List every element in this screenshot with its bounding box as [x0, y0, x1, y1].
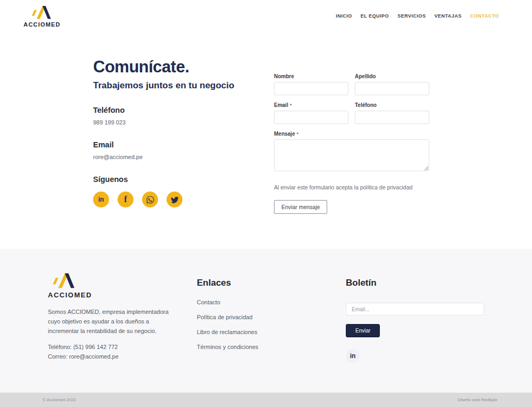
nav-item-el-equipo[interactable]: EL EQUIPO [361, 13, 389, 19]
nav-item-inicio[interactable]: INICIO [336, 13, 352, 19]
page-subtitle: Trabajemos juntos en tu negocio [93, 80, 253, 91]
footer-logo[interactable]: ACCIOMED [48, 271, 93, 299]
footer-link-contacto[interactable]: Contacto [197, 299, 220, 305]
footer-link-politica-privacidad[interactable]: Política de privacidad [197, 314, 253, 320]
phone-value: 989 199 023 [93, 119, 253, 126]
brand-logo-icon [30, 4, 54, 20]
footer-logo-icon [51, 271, 78, 289]
facebook-icon[interactable]: f [118, 192, 134, 207]
nombre-input[interactable] [274, 82, 348, 95]
newsletter-title: Boletín [346, 278, 484, 288]
footer-links-title: Enlaces [197, 278, 330, 288]
privacy-note: Al enviar este formulario acepta la polí… [274, 184, 431, 190]
header: ACCIOMED INICIO EL EQUIPO SERVICIOS VENT… [0, 0, 532, 32]
apellido-label: Apellido [355, 73, 429, 79]
footer-contact: Teléfono: (51) 996 142 772 Correo: rore@… [48, 343, 181, 361]
mensaje-textarea[interactable] [274, 139, 429, 171]
email-input[interactable] [274, 111, 348, 124]
footer-about-column: ACCIOMED Somos ACCIOMED, empresa impleme… [48, 271, 181, 393]
apellido-input[interactable] [355, 82, 429, 95]
contact-section: Comunícate. Trabajemos juntos en tu nego… [0, 32, 532, 249]
follow-us-label: Síguenos [93, 175, 253, 184]
footer-email: Correo: rore@acciomed.pe [48, 352, 181, 362]
field-nombre: Nombre [274, 73, 348, 95]
field-email: Email* [274, 102, 348, 124]
field-apellido: Apellido [355, 73, 429, 95]
phone-label: Teléfono [93, 106, 253, 114]
contact-info-column: Comunícate. Trabajemos juntos en tu nego… [93, 57, 253, 249]
twitter-icon[interactable] [167, 192, 182, 207]
design-credit: Diseño web RedByte [458, 397, 497, 402]
linkedin-icon[interactable]: in [93, 192, 109, 207]
footer-link-terminos-condiciones[interactable]: Términos y condiciones [197, 344, 259, 350]
nav-item-servicios[interactable]: SERVICIOS [397, 13, 426, 19]
footer-description: Somos ACCIOMED, empresa implementadora c… [48, 307, 176, 336]
footer: ACCIOMED Somos ACCIOMED, empresa impleme… [0, 249, 532, 393]
nombre-label: Nombre [274, 73, 348, 79]
footer-newsletter-column: Boletín Enviar in [346, 271, 484, 393]
email-field-label: Email* [274, 102, 348, 108]
field-mensaje: Mensaje* [274, 131, 429, 173]
newsletter-email-input[interactable] [346, 303, 484, 315]
social-links: in f [93, 192, 253, 207]
nav-item-contacto[interactable]: CONTACTO [470, 13, 499, 19]
email-value: rore@acciomed.pe [93, 154, 253, 160]
contact-form: Nombre Apellido Email* Teléfono Mensaje*… [274, 73, 431, 249]
bottom-bar: © Acciomed 2022 Diseño web RedByte [0, 393, 532, 407]
brand-logo[interactable]: ACCIOMED [21, 4, 63, 28]
newsletter-send-button[interactable]: Enviar [346, 324, 380, 337]
nav-item-ventajas[interactable]: VENTAJAS [434, 13, 461, 19]
brand-name: ACCIOMED [23, 21, 61, 28]
send-message-button[interactable]: Enviar mensaje [274, 200, 327, 214]
footer-brand-name: ACCIOMED [48, 291, 92, 299]
mensaje-label: Mensaje* [274, 131, 429, 137]
field-telefono: Teléfono [355, 102, 429, 124]
copyright-text: © Acciomed 2022 [43, 397, 76, 402]
footer-links-column: Enlaces Contacto Política de privacidad … [197, 271, 330, 393]
whatsapp-icon[interactable] [142, 192, 158, 207]
footer-phone: Teléfono: (51) 996 142 772 [48, 343, 181, 352]
footer-link-libro-reclamaciones[interactable]: Libro de reclamaciones [197, 329, 257, 335]
telefono-input[interactable] [355, 111, 429, 124]
main-nav: INICIO EL EQUIPO SERVICIOS VENTAJAS CONT… [336, 13, 499, 19]
telefono-label: Teléfono [355, 102, 429, 108]
page-title: Comunícate. [93, 57, 253, 77]
footer-linkedin-icon[interactable]: in [346, 349, 360, 363]
email-label: Email [93, 140, 253, 149]
